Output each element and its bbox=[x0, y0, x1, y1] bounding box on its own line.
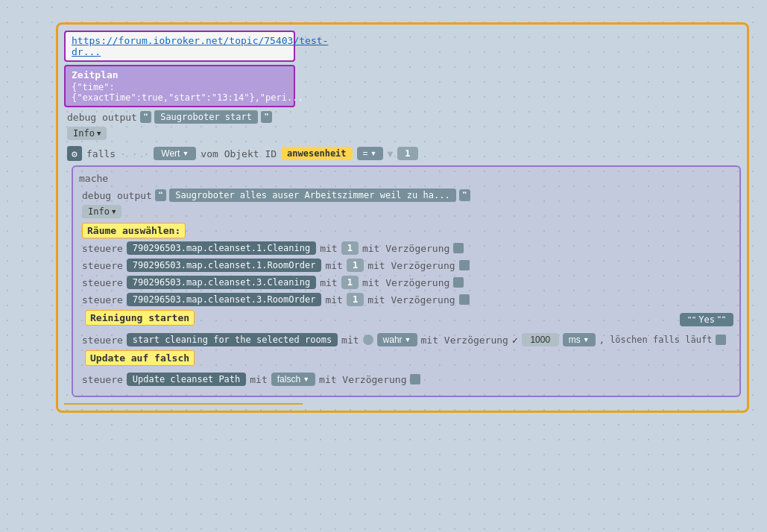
update-falsch-label: Update auf falsch bbox=[85, 350, 195, 366]
checkmark-icon: ✓ bbox=[512, 335, 518, 346]
value-badge-2: 1 bbox=[341, 276, 359, 289]
wahr-button[interactable]: wahr bbox=[377, 333, 417, 346]
steuere-row-2: steuere 790296503.map.cleanset.3.Cleanin… bbox=[79, 276, 733, 289]
vom-label: vom Objekt ID bbox=[201, 148, 277, 159]
id-badge-2: 790296503.map.cleanset.3.Cleaning bbox=[127, 276, 316, 289]
checkbox-update[interactable] bbox=[410, 374, 420, 384]
ms-button[interactable]: ms bbox=[563, 333, 596, 346]
reinigung-label: Reinigung starten bbox=[85, 310, 195, 326]
mache-label: mache bbox=[79, 173, 733, 184]
zeitplan-code: {"time":{"exactTime":true,"start":"13:14… bbox=[72, 82, 288, 103]
yes-badge: ❝❝ Yes ❞❞ bbox=[680, 313, 733, 326]
update-cleanset-badge: Update cleanset Path bbox=[127, 373, 247, 386]
steuere-row-0: steuere 790296503.map.cleanset.1.Cleanin… bbox=[79, 241, 733, 255]
anwesenheit-badge: anwesenheit bbox=[281, 147, 352, 160]
steuere-update-row: steuere Update cleanset Path mit falsch … bbox=[79, 373, 733, 386]
id-badge-1: 790296503.map.cleanset.1.RoomOrder bbox=[127, 259, 322, 272]
debug-row-1: debug output ❝ Saugroboter start ❞ bbox=[64, 110, 741, 124]
id-badge-3: 790296503.map.cleanset.3.RoomOrder bbox=[127, 293, 322, 306]
zeitplan-title: Zeitplan bbox=[72, 69, 288, 80]
debug-label-1: debug output bbox=[67, 112, 137, 123]
falls-block: ⚙ falls · · · Wert vom Objekt ID anwesen… bbox=[64, 146, 741, 161]
info-badge-2[interactable]: Info bbox=[82, 205, 121, 218]
id-badge-0: 790296503.map.cleanset.1.Cleaning bbox=[127, 241, 316, 255]
checkbox-1[interactable] bbox=[459, 260, 470, 270]
value-badge-3: 1 bbox=[347, 293, 364, 306]
debug-row-2: debug output ❝ Saugroboter alles auser A… bbox=[79, 189, 733, 202]
debug-label-2: debug output bbox=[82, 190, 152, 201]
value-badge-1: 1 bbox=[347, 259, 364, 272]
info-badge-1[interactable]: Info bbox=[67, 127, 107, 140]
falls-value-badge: 1 bbox=[397, 147, 417, 160]
debug-value-2: Saugroboter alles auser Arbeitszimmer we… bbox=[169, 189, 455, 202]
steuere-start-row: steuere start cleaning for the selected … bbox=[79, 333, 733, 346]
steuere-row-1: steuere 790296503.map.cleanset.1.RoomOrd… bbox=[79, 259, 733, 272]
bottom-line bbox=[64, 403, 303, 405]
gear-icon[interactable]: ⚙ bbox=[67, 146, 82, 161]
value-badge-0: 1 bbox=[341, 241, 359, 255]
spacer-dots: · · · bbox=[120, 148, 149, 159]
falsch-button[interactable]: falsch bbox=[271, 373, 315, 386]
quote-close-1: ❞ bbox=[261, 111, 272, 123]
raeume-label: Räume auswählen: bbox=[79, 223, 733, 241]
url-bar[interactable]: https://forum.iobroker.net/topic/75403/t… bbox=[64, 31, 295, 62]
checkbox-0[interactable] bbox=[453, 243, 464, 253]
circle-indicator bbox=[363, 335, 373, 345]
quote-open-2: ❝ bbox=[155, 189, 166, 201]
quote-close-2: ❞ bbox=[459, 189, 470, 201]
checkbox-3[interactable] bbox=[459, 294, 470, 305]
quote-open-1: ❝ bbox=[140, 111, 151, 123]
debug-value-1: Saugroboter start bbox=[154, 110, 258, 124]
falls-label: falls bbox=[86, 148, 116, 159]
delay-number-input[interactable] bbox=[522, 333, 559, 346]
start-cleaning-badge: start cleaning for the selected rooms bbox=[127, 333, 338, 346]
wert-button[interactable]: Wert bbox=[154, 147, 196, 160]
equals-button[interactable]: = bbox=[357, 147, 383, 160]
steuere-row-3: steuere 790296503.map.cleanset.3.RoomOrd… bbox=[79, 293, 733, 306]
loeschen-label: , löschen falls läuft bbox=[599, 335, 713, 345]
raeume-section-label: Räume auswählen: bbox=[82, 223, 186, 238]
checkbox-loeschen[interactable] bbox=[716, 335, 726, 345]
zeitplan-block: Zeitplan {"time":{"exactTime":true,"star… bbox=[64, 65, 295, 107]
mache-block: mache debug output ❝ Saugroboter alles a… bbox=[72, 165, 741, 397]
main-block: https://forum.iobroker.net/topic/75403/t… bbox=[56, 22, 749, 413]
checkbox-2[interactable] bbox=[453, 277, 464, 288]
